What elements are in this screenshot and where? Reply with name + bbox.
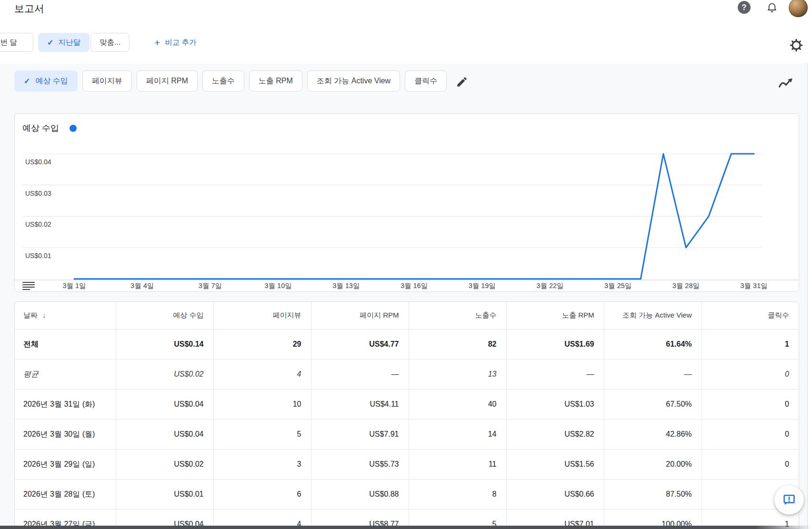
cell-4-3: 11: [409, 449, 506, 479]
metric-tab-label: 노출 RPM: [259, 76, 293, 86]
check-icon: ✓: [24, 77, 30, 86]
cell-3-2: US$7.91: [311, 419, 409, 449]
cell-4-6: 0: [702, 449, 799, 479]
column-header-7[interactable]: 클릭수: [702, 302, 799, 329]
metric-tab-2[interactable]: 페이지 RPM: [137, 70, 198, 91]
column-header-6[interactable]: 조회 가능 Active View: [604, 302, 702, 329]
metric-tab-4[interactable]: 노출 RPM: [249, 70, 302, 91]
cell-3-0: US$0.04: [116, 419, 213, 449]
earnings-line-chart: [15, 114, 799, 291]
help-icon[interactable]: ?: [738, 1, 751, 14]
x-axis-tick-label: 3월 22일: [524, 281, 576, 290]
cell-5-1: 6: [213, 479, 311, 509]
sort-descending-arrow-icon: ↓: [42, 311, 46, 319]
cell-5-2: US$0.88: [311, 479, 409, 509]
cell-2-3: 40: [409, 389, 506, 419]
column-header-1[interactable]: 예상 수입: [116, 302, 213, 329]
column-header-label: 날짜: [23, 311, 38, 319]
row-label: 전체: [15, 329, 116, 359]
cell-1-4: —: [506, 359, 604, 389]
x-axis-tick-label: 3월 7일: [184, 281, 236, 290]
filter-row: 이번 달 ✓ 지난달 맞춤... + 비교 추가: [0, 25, 812, 64]
add-comparison-button[interactable]: + 비교 추가: [151, 33, 200, 52]
chip-custom[interactable]: 맞춤...: [90, 33, 130, 52]
cell-0-2: US$4.77: [311, 329, 409, 359]
cell-1-1: 4: [213, 359, 311, 389]
column-header-2[interactable]: 페이지뷰: [213, 302, 311, 329]
metric-tab-5[interactable]: 조회 가능 Active View: [307, 70, 400, 91]
column-header-0[interactable]: 날짜↓: [15, 302, 116, 329]
scrollbar-gutter[interactable]: [807, 63, 812, 529]
x-axis-tick-label: 3월 4일: [116, 281, 169, 290]
row-label: 2026년 3월 30일 (월): [15, 419, 116, 449]
metric-tab-label: 페이지뷰: [92, 76, 122, 86]
cell-4-5: 20.00%: [604, 449, 702, 479]
column-header-5[interactable]: 노출 RPM: [506, 302, 604, 329]
app-bar: 보고서 ?: [0, 0, 812, 25]
metric-tab-label: 조회 가능 Active View: [317, 76, 391, 86]
chip-last-month-label: 지난달: [58, 38, 80, 48]
metric-tab-label: 클릭수: [414, 76, 437, 86]
metric-tab-1[interactable]: 페이지뷰: [82, 70, 132, 91]
y-axis-tick-label: US$0.02: [25, 220, 51, 229]
add-comparison-label: 비교 추가: [165, 38, 196, 48]
cell-0-3: 82: [409, 329, 506, 359]
chart-card: 예상 수입 US$0.04US$0.03US$0.02US$0.01 3월 1일…: [14, 113, 799, 292]
hide-chart-icon[interactable]: [776, 74, 796, 93]
cell-1-5: —: [604, 359, 702, 389]
table-row-4: 2026년 3월 29일 (일)US$0.023US$5.7311US$1.56…: [15, 449, 799, 479]
cell-5-0: US$0.01: [116, 479, 213, 509]
cell-2-0: US$0.04: [116, 389, 213, 419]
chip-this-month-label: 이번 달: [0, 38, 17, 48]
metric-tab-label: 노출수: [212, 76, 235, 86]
chip-this-month[interactable]: 이번 달: [0, 33, 33, 52]
row-label: 2026년 3월 29일 (일): [15, 449, 116, 479]
table-header-row: 날짜↓예상 수입페이지뷰페이지 RPM노출수노출 RPM조회 가능 Active…: [15, 302, 799, 329]
cell-0-5: 61.64%: [604, 329, 702, 359]
cell-4-1: 3: [213, 449, 311, 479]
cell-3-6: 0: [702, 419, 799, 449]
table-row-1: 평균US$0.024—13——0: [15, 359, 799, 389]
settings-gear-icon[interactable]: [787, 36, 805, 54]
x-axis-tick-label: 3월 25일: [592, 281, 644, 290]
feedback-button[interactable]: [774, 485, 804, 515]
cell-2-2: US$4.11: [311, 389, 409, 419]
metric-tab-3[interactable]: 노출수: [202, 70, 244, 91]
report-table: 날짜↓예상 수입페이지뷰페이지 RPM노출수노출 RPM조회 가능 Active…: [15, 302, 799, 529]
edit-metrics-pencil-icon[interactable]: [452, 72, 471, 91]
cell-5-4: US$0.66: [506, 479, 604, 509]
column-header-3[interactable]: 페이지 RPM: [311, 302, 409, 329]
metric-tab-label: 페이지 RPM: [146, 76, 188, 86]
cell-3-1: 5: [213, 419, 311, 449]
cell-2-4: US$1.03: [506, 389, 604, 419]
cell-5-3: 8: [409, 479, 506, 509]
cell-1-2: —: [311, 359, 409, 389]
cell-4-0: US$0.02: [116, 449, 213, 479]
metric-tab-6[interactable]: 클릭수: [405, 70, 447, 91]
plus-icon: +: [154, 38, 160, 48]
cell-2-5: 67.50%: [604, 389, 702, 419]
y-axis-tick-label: US$0.03: [25, 190, 51, 198]
row-label: 2026년 3월 31일 (화): [15, 389, 116, 419]
y-axis-tick-label: US$0.01: [25, 252, 51, 260]
notifications-bell-icon[interactable]: [764, 0, 780, 15]
bell-icon: [766, 1, 778, 14]
cell-0-4: US$1.69: [506, 329, 604, 359]
cell-4-2: US$5.73: [311, 449, 409, 479]
row-label: 평균: [15, 359, 116, 389]
cell-3-5: 42.86%: [604, 419, 702, 449]
account-avatar[interactable]: [789, 0, 808, 17]
x-axis-tick-label: 3월 1일: [48, 281, 100, 290]
page-title: 보고서: [14, 2, 44, 15]
x-axis-tick-label: 3월 28일: [660, 281, 712, 290]
cell-1-0: US$0.02: [116, 359, 213, 389]
cell-2-1: 10: [213, 389, 311, 419]
chart-table-of-contents-icon[interactable]: [22, 282, 35, 290]
cell-0-1: 29: [213, 329, 311, 359]
column-header-4[interactable]: 노출수: [409, 302, 506, 329]
cell-1-6: 0: [702, 359, 799, 389]
chip-last-month[interactable]: ✓ 지난달: [38, 33, 90, 52]
feedback-bubble-icon: [782, 493, 796, 507]
metric-tab-0[interactable]: ✓예상 수입: [14, 70, 78, 91]
x-axis-tick-label: 3월 31일: [728, 281, 780, 290]
